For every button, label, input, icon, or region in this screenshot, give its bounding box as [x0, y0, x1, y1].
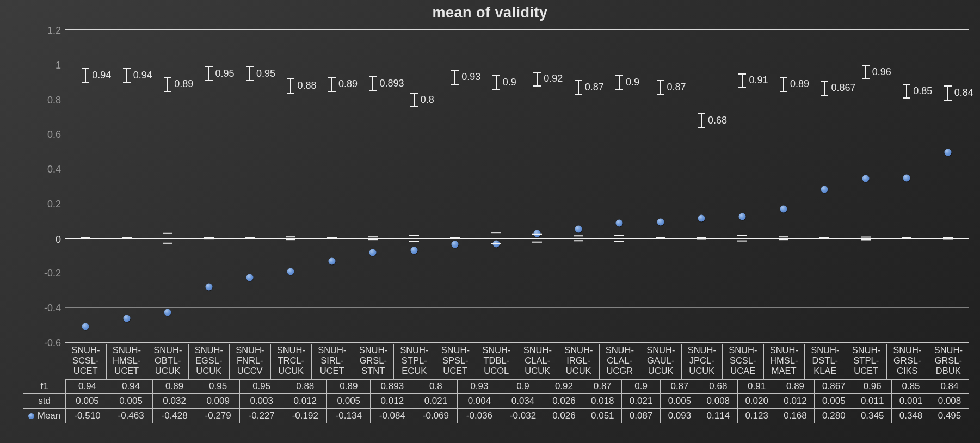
- f1-error-cap-bottom: [205, 80, 213, 81]
- category-label: SNUH-HMSL-MAET: [763, 344, 805, 380]
- table-row-std-cell: 0.034: [501, 394, 545, 409]
- table-row-std-cell: 0.009: [196, 394, 240, 409]
- table-row-f1-cell: 0.9: [501, 379, 545, 394]
- mean-data-point: [575, 226, 582, 233]
- plot-column: 0.893: [353, 30, 393, 342]
- y-tick-label: 0.8: [47, 94, 65, 106]
- table-row-mean-cell: 0.026: [545, 409, 583, 423]
- f1-error-cap-top: [821, 81, 828, 82]
- mean-data-point: [164, 309, 171, 316]
- table-row-std-cell: 0.005: [661, 394, 699, 409]
- table-row-f1-cell: 0.87: [661, 379, 699, 394]
- mean-data-point: [287, 268, 294, 275]
- f1-error-bar: [783, 77, 784, 91]
- y-tick-label: 1.2: [47, 25, 65, 36]
- table-row-mean-cell: 0.280: [815, 409, 853, 423]
- category-label: SNUH-JPCL-UCUK: [681, 344, 723, 380]
- gridline: 0.2: [65, 204, 969, 204]
- plot-column: 0.89: [312, 30, 353, 342]
- f1-error-bar: [126, 68, 127, 82]
- f1-error-cap-top: [533, 72, 541, 73]
- y-tick-label: -0.6: [44, 337, 65, 349]
- gridline: 0.4: [65, 169, 969, 169]
- table-row-f1-header: f1: [23, 379, 66, 394]
- table-row-std: std0.0050.0050.0320.0090.0030.0120.0050.…: [23, 394, 969, 409]
- table-row-mean-cell: -0.428: [153, 409, 196, 423]
- table-row-std-cell: 0.004: [458, 394, 501, 409]
- table-row-std-cell: 0.018: [583, 394, 622, 409]
- table-row-mean-cell: -0.032: [501, 409, 545, 423]
- plot-column: 0.9: [476, 30, 517, 342]
- f1-error-bar: [578, 80, 579, 94]
- f1-error-cap-top: [82, 68, 89, 69]
- category-label: SNUH-STPL-UCET: [846, 344, 887, 380]
- f1-error-cap-bottom: [287, 93, 294, 94]
- table-row-f1-cell: 0.89: [153, 379, 196, 394]
- category-label: SNUH-SCSL-UCET: [65, 344, 106, 380]
- table-row-std-header: std: [23, 394, 66, 409]
- table-row-mean-cell: 0.348: [892, 409, 930, 423]
- plot-column: 0.867: [804, 30, 845, 342]
- y-tick-label: 0: [56, 233, 65, 245]
- table-row-f1-cell: 0.94: [66, 379, 109, 394]
- category-label: SNUH-GRSL-STNT: [353, 344, 394, 380]
- category-label: SNUH-IRGL-UCUK: [558, 344, 599, 380]
- mean-data-point: [903, 174, 910, 181]
- f1-error-bar: [619, 75, 620, 89]
- gridline: -0.2: [65, 273, 969, 273]
- table-row-mean-cell: -0.069: [414, 409, 458, 423]
- table-row-std-cell: 0.032: [153, 394, 196, 409]
- f1-error-bar: [208, 66, 209, 81]
- category-label: SNUH-CLAL-UCUK: [517, 344, 558, 380]
- f1-error-bar: [454, 70, 455, 84]
- plot-column: 0.87: [558, 30, 599, 342]
- plot-column: 0.96: [846, 30, 886, 342]
- chart-container: mean of validity 0.940.940.890.950.950.8…: [0, 0, 980, 443]
- f1-data-label: 0.9: [626, 76, 639, 88]
- f1-error-cap-top: [287, 78, 294, 79]
- plot-column: 0.84: [928, 30, 969, 342]
- table-row-mean-cell: -0.134: [327, 409, 371, 423]
- legend-marker-icon: [28, 413, 34, 419]
- table-row-mean-cell: 0.168: [776, 409, 815, 423]
- f1-error-bar: [701, 113, 702, 127]
- f1-error-cap-top: [657, 80, 664, 81]
- f1-error-bar: [290, 78, 291, 93]
- table-row-std-cell: 0.012: [776, 394, 815, 409]
- category-label: SNUH-GRSL-DBUK: [928, 344, 970, 380]
- table-row-std-cell: 0.012: [283, 394, 327, 409]
- table-row-f1-cell: 0.87: [583, 379, 622, 394]
- plot-column: 0.95: [188, 30, 229, 342]
- category-label: SNUH-DSTL-KLAE: [804, 344, 846, 380]
- table-row-mean-cell: 0.093: [661, 409, 699, 423]
- table-row-std-cell: 0.021: [622, 394, 661, 409]
- gridline: 0.8: [65, 100, 969, 100]
- mean-data-point: [780, 206, 787, 213]
- table-row-f1-cell: 0.95: [240, 379, 283, 394]
- category-label: SNUH-SCSL-UCAE: [722, 344, 763, 380]
- gridline: 0: [65, 238, 969, 239]
- table-row-std-cell: 0.008: [930, 394, 969, 409]
- f1-error-cap-bottom: [698, 127, 705, 128]
- f1-error-bar: [865, 65, 866, 79]
- table-row-f1-cell: 0.92: [545, 379, 583, 394]
- table-row-std-cell: 0.011: [853, 394, 892, 409]
- f1-error-cap-bottom: [575, 94, 582, 95]
- f1-error-cap-bottom: [369, 90, 377, 91]
- f1-error-bar: [249, 66, 250, 81]
- f1-error-cap-top: [944, 85, 952, 87]
- mean-data-point: [328, 258, 335, 265]
- mean-data-point: [739, 213, 746, 220]
- mean-data-point: [698, 215, 705, 222]
- gridline: -0.4: [65, 307, 969, 308]
- mean-data-point: [410, 247, 417, 254]
- table-row-std-cell: 0.003: [240, 394, 283, 409]
- f1-error-cap-top: [123, 68, 131, 69]
- y-tick-label: 0.6: [47, 129, 65, 140]
- f1-error-cap-top: [451, 70, 459, 71]
- plot-column: 0.94: [65, 30, 106, 342]
- category-axis-labels: SNUH-SCSL-UCETSNUH-HMSL-UCETSNUH-OBTL-UC…: [65, 344, 969, 380]
- f1-data-label: 0.84: [954, 87, 973, 98]
- f1-error-cap-top: [615, 75, 623, 76]
- category-label: SNUH-SIRL-UCET: [311, 344, 353, 380]
